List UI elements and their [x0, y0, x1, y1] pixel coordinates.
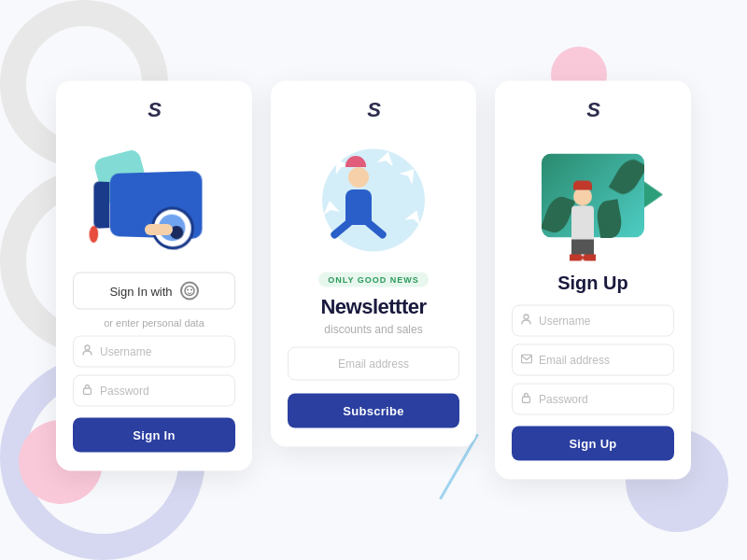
signup-password-input[interactable] — [512, 384, 674, 415]
email-input-group — [288, 347, 459, 381]
signin-card-body: Sign In with or enter personal data — [56, 273, 252, 453]
username-input-group — [73, 336, 235, 368]
svg-rect-4 — [84, 388, 92, 395]
newsletter-card: S — [271, 81, 476, 447]
person-hair — [345, 155, 366, 166]
user-icon — [521, 314, 531, 328]
svg-point-5 — [524, 315, 529, 319]
person-body — [571, 205, 594, 239]
lock-icon — [521, 392, 531, 407]
or-text: or enter personal data — [73, 317, 235, 329]
newsletter-person-illustration — [313, 144, 434, 256]
person-head — [348, 166, 369, 187]
signup-password-group — [512, 384, 674, 415]
person-shoes — [570, 254, 596, 260]
svg-point-1 — [187, 289, 189, 291]
svg-rect-6 — [522, 355, 532, 363]
newsletter-person — [345, 155, 372, 224]
robot-ear — [90, 225, 99, 243]
user-icon — [82, 344, 92, 358]
only-good-news-badge: ONLY GOOD NEWS — [318, 273, 429, 287]
newsletter-subtitle: discounts and sales — [324, 323, 422, 336]
arrow-shape — [644, 181, 663, 207]
newsletter-email-input[interactable] — [288, 347, 459, 381]
signin-card: S Sign In with — [56, 81, 252, 471]
robot-side — [93, 181, 109, 229]
signup-username-group — [512, 305, 674, 337]
svg-rect-7 — [523, 397, 530, 403]
person-pants — [571, 239, 594, 254]
signup-logo: S — [586, 98, 599, 122]
signup-person-illustration — [532, 144, 654, 256]
svg-point-3 — [85, 345, 90, 350]
signin-username-input[interactable] — [73, 336, 235, 368]
cards-container: S Sign In with — [56, 81, 691, 480]
newsletter-card-body: ONLY GOOD NEWS Newslettter discounts and… — [271, 273, 476, 428]
password-input-group — [73, 375, 235, 407]
email-icon — [521, 354, 532, 367]
signup-title: Sign Up — [512, 273, 674, 294]
signin-password-input[interactable] — [73, 375, 235, 407]
signin-logo: S — [148, 98, 161, 122]
signin-button[interactable]: Sign In — [73, 418, 235, 453]
shoe-right — [583, 254, 596, 260]
signup-walking-person — [570, 177, 596, 260]
newsletter-logo: S — [367, 98, 380, 122]
subscribe-button[interactable]: Subscribe — [288, 394, 459, 428]
arrow-icon — [644, 181, 663, 207]
signup-button[interactable]: Sign Up — [512, 427, 674, 461]
shoe-left — [570, 254, 583, 260]
signup-email-input[interactable] — [512, 344, 674, 376]
lock-icon — [82, 384, 92, 399]
signin-face-label: Sign In with — [109, 284, 172, 298]
newsletter-title: Newslettter — [320, 295, 426, 319]
signup-illustration — [495, 128, 691, 273]
signup-email-group — [512, 344, 674, 376]
robot-camera-illustration — [93, 148, 215, 251]
person-head — [573, 187, 592, 205]
face-scan-icon — [180, 282, 199, 301]
robot-hand — [145, 223, 173, 234]
person-hat — [573, 180, 592, 189]
signup-card-body: Sign Up — [495, 273, 691, 461]
signin-illustration — [56, 128, 252, 273]
newsletter-illustration — [271, 128, 476, 273]
signin-face-button[interactable]: Sign In with — [73, 273, 235, 310]
signup-username-input[interactable] — [512, 305, 674, 337]
svg-point-2 — [190, 289, 192, 291]
signup-card: S — [495, 81, 691, 480]
